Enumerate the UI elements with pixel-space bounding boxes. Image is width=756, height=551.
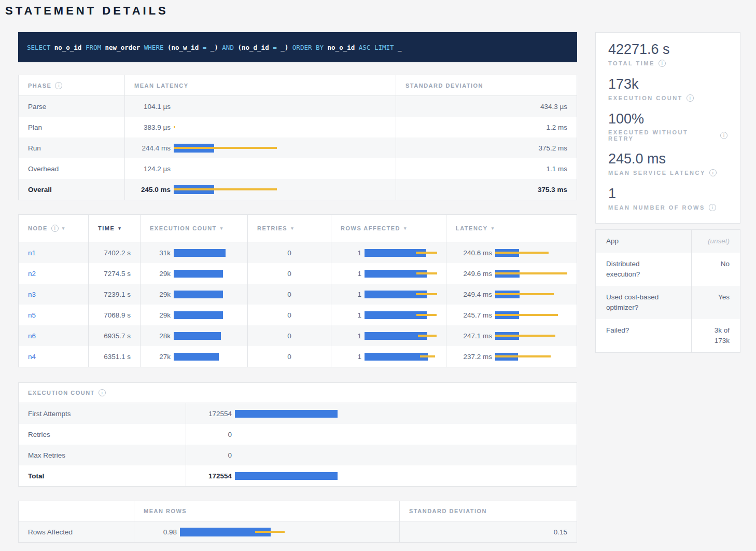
stat-value: 1 <box>608 185 727 202</box>
stdev-bar <box>416 314 437 316</box>
prop-row-failed: Failed? 3k of 173k <box>596 319 740 352</box>
info-icon[interactable]: i <box>51 225 59 232</box>
execution-count-bar <box>174 249 226 257</box>
node-rows-affected: 1 <box>331 325 446 346</box>
exec-row-label: First Attempts <box>19 403 186 424</box>
node-retries: 0 <box>248 305 331 325</box>
phase-row-overall: Overall 245.0 ms 375.3 ms <box>19 179 577 200</box>
exec-row-value: 0 <box>186 445 577 465</box>
phase-stdev: 434.3 µs <box>396 96 577 117</box>
node-column-header[interactable]: NODE i ▾ <box>19 215 89 242</box>
node-table-row: n2 7274.5 s 29k 0 1 249.6 ms <box>19 263 577 284</box>
prop-row-distributed-execution: Distributed execution? No <box>596 253 740 286</box>
stdev-bar <box>495 272 567 274</box>
node-latency: 249.4 ms <box>446 284 577 305</box>
prop-row-cost-based-optimizer: Used cost-based optimizer? Yes <box>596 286 740 319</box>
rows-affected-label: Rows Affected <box>19 521 134 542</box>
execution-count-row: Retries 0 <box>19 424 577 445</box>
node-link[interactable]: n5 <box>28 311 36 319</box>
rows-affected-column-header[interactable]: ROWS AFFECTED ▾ <box>331 215 446 242</box>
node-retries: 0 <box>248 325 331 346</box>
stat-label: EXECUTION COUNTi <box>608 94 727 102</box>
node-table-row: n3 7239.1 s 29k 0 1 249.4 ms <box>19 284 577 305</box>
node-link[interactable]: n1 <box>28 249 36 257</box>
node-latency: 240.6 ms <box>446 242 577 263</box>
node-link[interactable]: n2 <box>28 270 36 278</box>
sort-arrow-icon: ▾ <box>118 226 121 231</box>
execution-count-row: First Attempts 172554 <box>19 403 577 424</box>
page-title: STATEMENT DETAILS <box>5 4 756 18</box>
execution-count-column-header[interactable]: EXECUTION COUNT ▾ <box>141 215 248 242</box>
prop-row-app: App (unset) <box>596 230 740 253</box>
info-icon[interactable]: i <box>99 389 106 396</box>
node-retries: 0 <box>248 284 331 305</box>
execution-count-row: Max Retries 0 <box>19 445 577 465</box>
stdev-bar <box>495 355 551 357</box>
phase-stdev: 1.2 ms <box>396 117 577 137</box>
phase-stdev: 375.3 ms <box>396 179 577 200</box>
info-icon[interactable]: i <box>720 132 727 139</box>
time-column-header[interactable]: TIME ▾ <box>89 215 141 242</box>
phase-stdev: 375.2 ms <box>396 137 577 158</box>
stat-label: MEAN SERVICE LATENCYi <box>608 169 727 176</box>
info-icon[interactable]: i <box>709 169 717 176</box>
node-rows-affected: 1 <box>331 346 446 367</box>
node-retries: 0 <box>248 263 331 284</box>
stat-label: MEAN NUMBER OF ROWSi <box>608 204 727 211</box>
stat-value: 42271.6 s <box>608 41 727 58</box>
node-latency: 247.1 ms <box>446 325 577 346</box>
info-icon[interactable]: i <box>709 204 716 211</box>
phase-mean-latency: 245.0 ms <box>125 179 396 200</box>
phase-mean-latency: 244.4 ms <box>125 137 396 158</box>
execution-count-bar <box>174 332 221 340</box>
statement-details-page: STATEMENT DETAILS SELECT no_o_id FROM ne… <box>0 0 756 551</box>
phase-name: Overall <box>19 179 125 200</box>
execution-count-table: EXECUTION COUNT i First Attempts 172554 … <box>18 382 577 487</box>
node-rows-affected: 1 <box>331 305 446 325</box>
node-table-row: n4 6351.1 s 27k 0 1 237.2 ms <box>19 346 577 367</box>
sort-arrow-icon: ▾ <box>220 226 223 231</box>
node-retries: 0 <box>248 346 331 367</box>
stdev-bar <box>255 531 285 533</box>
stdev-bar <box>495 314 558 316</box>
mean-latency-column-header: MEAN LATENCY <box>125 75 396 95</box>
stat-label: TOTAL TIMEi <box>608 60 727 67</box>
latency-column-header[interactable]: LATENCY ▾ <box>446 215 577 242</box>
info-icon[interactable]: i <box>659 60 666 67</box>
execution-count-bar <box>174 270 223 278</box>
rows-affected-bar <box>365 353 428 361</box>
stat-total-time: 42271.6 s TOTAL TIMEi <box>608 41 727 67</box>
node-link[interactable]: n4 <box>28 353 36 361</box>
sort-arrow-icon: ▾ <box>62 226 65 231</box>
exec-row-label: Max Retries <box>19 445 186 465</box>
empty-column-header <box>19 501 134 521</box>
exec-row-value: 0 <box>186 424 577 445</box>
sort-arrow-icon: ▾ <box>291 226 293 231</box>
node-latency: 245.7 ms <box>446 305 577 325</box>
info-icon[interactable]: i <box>687 94 694 102</box>
prop-label: Failed? <box>596 319 692 352</box>
node-latency: 249.6 ms <box>446 263 577 284</box>
execution-count-bar <box>235 410 338 418</box>
node-link[interactable]: n3 <box>28 291 36 298</box>
stat-value: 245.0 ms <box>608 150 727 168</box>
node-link[interactable]: n6 <box>28 332 36 340</box>
summary-card: 42271.6 s TOTAL TIMEi 173k EXECUTION COU… <box>595 32 740 224</box>
phase-column-header: PHASE i <box>19 75 125 95</box>
mean-rows-column-header: MEAN ROWS <box>134 501 400 521</box>
stdev-bar <box>495 252 549 254</box>
retries-column-header[interactable]: RETRIES ▾ <box>248 215 331 242</box>
node-statistics-table: NODE i ▾ TIME ▾ EXECUTION COUNT ▾ RETRIE… <box>18 214 577 367</box>
node-rows-affected: 1 <box>331 263 446 284</box>
stat-executed-without-retry: 100% EXECUTED WITHOUT RETRYi <box>608 111 727 142</box>
prop-label: Used cost-based optimizer? <box>596 286 692 319</box>
statement-properties-card: App (unset) Distributed execution? No Us… <box>595 229 740 353</box>
info-icon[interactable]: i <box>55 82 62 89</box>
node-rows-affected: 1 <box>331 284 446 305</box>
execution-count-row-total: Total 172554 <box>19 465 577 486</box>
prop-label: App <box>596 230 692 253</box>
rows-stdev-value: 0.15 <box>400 521 577 542</box>
stat-mean-number-of-rows: 1 MEAN NUMBER OF ROWSi <box>608 185 727 211</box>
phase-name: Plan <box>19 117 125 137</box>
stdev-bar <box>174 147 277 149</box>
